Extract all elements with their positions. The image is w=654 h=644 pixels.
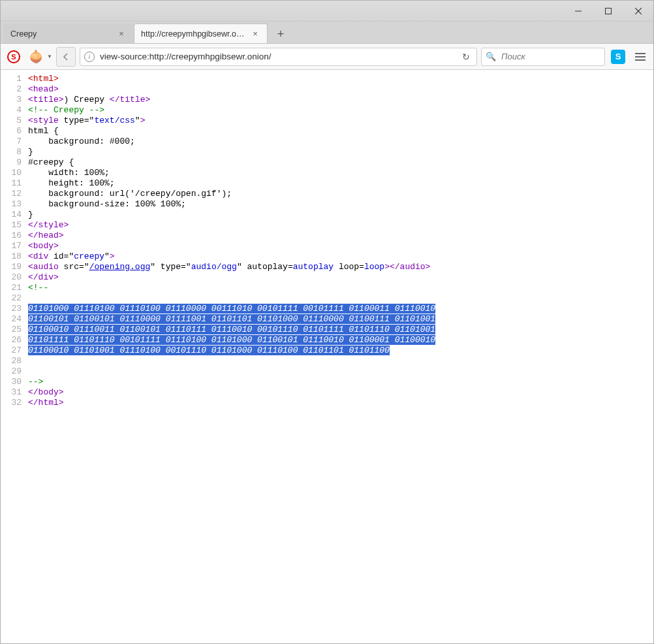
code-content[interactable]: } <box>28 210 653 220</box>
code-content[interactable]: </head> <box>28 231 653 241</box>
tab-creepy[interactable]: Creepy × <box>3 24 134 43</box>
line-number: 1 <box>1 74 28 84</box>
code-content[interactable]: html { <box>28 126 653 137</box>
tab-title: http://creepymhpgibsewr.oni... <box>141 29 246 39</box>
code-line: 22 <box>1 293 653 304</box>
line-number: 8 <box>1 147 28 157</box>
line-number: 16 <box>1 231 28 241</box>
code-line: 21<!-- <box>1 283 653 293</box>
code-line: 29 <box>1 366 653 377</box>
line-number: 10 <box>1 168 28 178</box>
code-content[interactable]: width: 100%; <box>28 168 653 178</box>
tab-bar: Creepy × http://creepymhpgibsewr.oni... … <box>1 22 653 44</box>
code-line: 3<title>) Creepy </title> <box>1 95 653 105</box>
line-number: 15 <box>1 220 28 231</box>
code-content[interactable]: <div id="creepy"> <box>28 251 653 262</box>
code-content[interactable]: <style type="text/css"> <box>28 116 653 126</box>
code-line: 2401100101 01100101 01110000 01111001 01… <box>1 314 653 325</box>
line-number: 26 <box>1 335 28 346</box>
code-line: 7 background: #000; <box>1 137 653 147</box>
search-icon: 🔍 <box>486 52 496 61</box>
code-content[interactable] <box>28 293 653 304</box>
code-line: 2701100010 01101001 01110100 00101110 01… <box>1 346 653 356</box>
code-line: 10 width: 100%; <box>1 168 653 178</box>
search-bar[interactable]: 🔍 <box>481 48 605 66</box>
window-maximize-button[interactable] <box>593 1 623 22</box>
line-number: 20 <box>1 272 28 283</box>
code-content[interactable] <box>28 366 653 377</box>
code-content[interactable]: <title>) Creepy </title> <box>28 95 653 105</box>
code-content[interactable]: 01101111 01101110 00101111 01110100 0110… <box>28 335 653 346</box>
code-content[interactable]: <audio src="/opening.ogg" type="audio/og… <box>28 262 653 272</box>
code-line: 31</body> <box>1 387 653 398</box>
code-line: 1<html> <box>1 74 653 84</box>
code-content[interactable]: 01100010 01101001 01110100 00101110 0110… <box>28 346 653 356</box>
line-number: 5 <box>1 116 28 126</box>
reload-icon[interactable]: ↻ <box>459 52 473 62</box>
line-number: 25 <box>1 325 28 335</box>
url-bar[interactable]: i ↻ <box>80 48 477 66</box>
line-number: 22 <box>1 293 28 304</box>
window-minimize-button[interactable] <box>563 1 593 22</box>
code-content[interactable]: 01100101 01100101 01110000 01111001 0110… <box>28 314 653 325</box>
code-content[interactable]: 01100010 01110011 01100101 01110111 0111… <box>28 325 653 335</box>
new-tab-button[interactable]: + <box>272 25 290 43</box>
code-content[interactable]: #creepy { <box>28 157 653 168</box>
code-content[interactable]: height: 100%; <box>28 178 653 189</box>
code-content[interactable]: background-size: 100% 100%; <box>28 199 653 210</box>
code-line: 19<audio src="/opening.ogg" type="audio/… <box>1 262 653 272</box>
code-content[interactable]: background: url('/creepy/open.gif'); <box>28 189 653 199</box>
line-number: 29 <box>1 366 28 377</box>
code-line: 15</style> <box>1 220 653 231</box>
line-number: 12 <box>1 189 28 199</box>
line-number: 7 <box>1 137 28 147</box>
code-line: 8} <box>1 147 653 157</box>
line-number: 28 <box>1 356 28 366</box>
skype-icon[interactable]: S <box>609 48 627 66</box>
code-content[interactable]: <html> <box>28 74 653 84</box>
code-line: 14} <box>1 210 653 220</box>
code-content[interactable]: </div> <box>28 272 653 283</box>
code-content[interactable]: </style> <box>28 220 653 231</box>
code-content[interactable]: <body> <box>28 241 653 251</box>
menu-button[interactable] <box>631 48 649 66</box>
line-number: 2 <box>1 84 28 95</box>
line-number: 18 <box>1 251 28 262</box>
tab-viewsource[interactable]: http://creepymhpgibsewr.oni... × <box>134 24 268 43</box>
code-content[interactable]: background: #000; <box>28 137 653 147</box>
code-line: 30--> <box>1 377 653 387</box>
code-content[interactable] <box>28 356 653 366</box>
code-content[interactable]: <head> <box>28 84 653 95</box>
info-icon[interactable]: i <box>84 52 95 62</box>
noscript-icon[interactable]: S <box>5 48 23 66</box>
code-content[interactable]: </body> <box>28 387 653 398</box>
code-content[interactable]: --> <box>28 377 653 387</box>
line-number: 14 <box>1 210 28 220</box>
code-content[interactable]: </html> <box>28 398 653 408</box>
search-input[interactable] <box>500 51 613 62</box>
code-content[interactable]: <!-- <box>28 283 653 293</box>
code-content[interactable]: } <box>28 147 653 157</box>
close-icon[interactable]: × <box>116 29 127 39</box>
extension-icon[interactable]: 🧅 <box>27 48 45 66</box>
url-input[interactable] <box>99 51 456 62</box>
source-view[interactable]: 1<html>2<head>3<title>) Creepy </title>4… <box>1 70 653 643</box>
code-line: 17<body> <box>1 241 653 251</box>
line-number: 31 <box>1 387 28 398</box>
svg-rect-1 <box>606 8 612 14</box>
code-content[interactable]: 01101000 01110100 01110100 01110000 0011… <box>28 304 653 314</box>
code-line: 12 background: url('/creepy/open.gif'); <box>1 189 653 199</box>
code-content[interactable]: <!-- Creepy --> <box>28 105 653 116</box>
code-line: 4<!-- Creepy --> <box>1 105 653 116</box>
line-number: 3 <box>1 95 28 105</box>
line-number: 27 <box>1 346 28 356</box>
line-number: 11 <box>1 178 28 189</box>
code-line: 32</html> <box>1 398 653 408</box>
code-line: 2601101111 01101110 00101111 01110100 01… <box>1 335 653 346</box>
window-close-button[interactable] <box>623 1 653 22</box>
line-number: 32 <box>1 398 28 408</box>
chevron-down-icon[interactable]: ▼ <box>47 54 52 59</box>
close-icon[interactable]: × <box>250 29 260 39</box>
back-button[interactable] <box>56 47 76 67</box>
code-line: 9#creepy { <box>1 157 653 168</box>
